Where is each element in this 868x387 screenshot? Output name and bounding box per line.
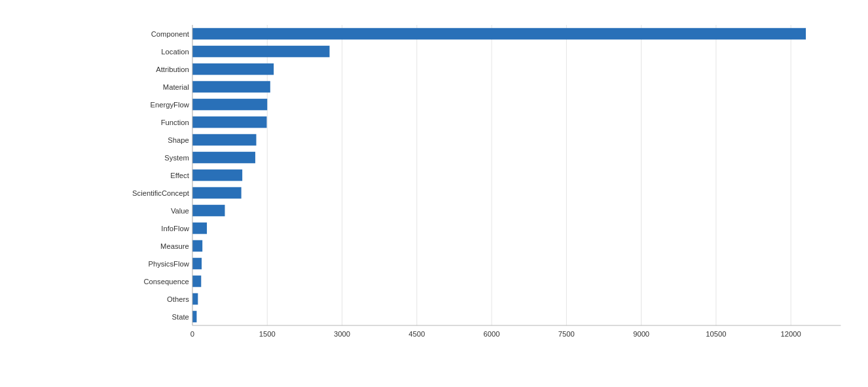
svg-rect-47 xyxy=(192,276,201,287)
svg-rect-21 xyxy=(192,46,330,58)
svg-text:PhysicsFlow: PhysicsFlow xyxy=(148,260,189,268)
svg-text:6000: 6000 xyxy=(484,330,500,338)
svg-text:1500: 1500 xyxy=(259,330,276,338)
svg-text:Shape: Shape xyxy=(168,136,189,144)
svg-text:System: System xyxy=(164,154,189,162)
svg-rect-35 xyxy=(192,170,242,181)
svg-rect-27 xyxy=(192,99,267,111)
chart-container: 01500300045006000750090001050012000Compo… xyxy=(0,0,868,387)
svg-text:Effect: Effect xyxy=(170,172,189,179)
svg-text:0: 0 xyxy=(190,330,194,338)
svg-text:Material: Material xyxy=(163,83,189,91)
svg-text:Attribution: Attribution xyxy=(156,65,189,73)
svg-rect-33 xyxy=(192,152,255,164)
svg-text:3000: 3000 xyxy=(334,330,350,338)
svg-text:InfoFlow: InfoFlow xyxy=(161,225,189,232)
svg-text:Function: Function xyxy=(161,119,189,126)
svg-rect-19 xyxy=(192,28,806,40)
svg-text:Location: Location xyxy=(161,48,189,56)
svg-text:7500: 7500 xyxy=(558,330,575,338)
svg-rect-29 xyxy=(192,117,267,128)
svg-text:10500: 10500 xyxy=(706,330,726,338)
svg-text:EnergyFlow: EnergyFlow xyxy=(151,101,190,109)
svg-text:Measure: Measure xyxy=(160,242,189,250)
svg-text:4500: 4500 xyxy=(408,330,425,338)
svg-rect-31 xyxy=(192,134,257,146)
svg-text:ScientificConcept: ScientificConcept xyxy=(132,189,190,197)
svg-rect-39 xyxy=(192,205,225,217)
svg-rect-43 xyxy=(192,240,202,252)
svg-text:12000: 12000 xyxy=(781,330,801,338)
svg-rect-37 xyxy=(192,187,242,199)
svg-text:State: State xyxy=(172,313,189,321)
svg-text:Others: Others xyxy=(167,295,189,303)
svg-rect-51 xyxy=(192,311,196,323)
svg-rect-25 xyxy=(192,81,270,93)
svg-rect-23 xyxy=(192,64,274,75)
svg-text:9000: 9000 xyxy=(633,330,649,338)
svg-rect-45 xyxy=(192,258,202,270)
svg-text:Consequence: Consequence xyxy=(144,278,189,286)
svg-rect-41 xyxy=(192,223,207,234)
svg-text:Value: Value xyxy=(171,207,189,215)
svg-rect-49 xyxy=(192,293,198,305)
svg-text:Component: Component xyxy=(151,30,190,38)
